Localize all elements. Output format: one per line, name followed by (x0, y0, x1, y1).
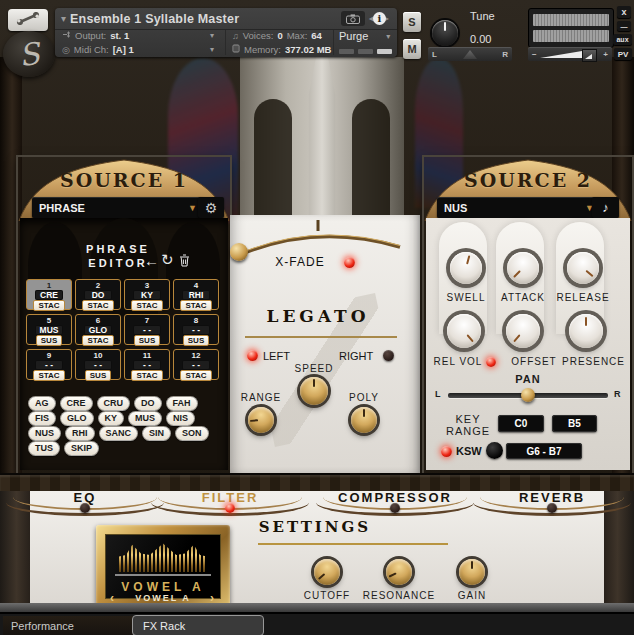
syllable-button[interactable]: CRE (60, 396, 93, 411)
snapshot-camera-button[interactable] (341, 11, 365, 26)
phrase-slot[interactable]: 9- -STAC (26, 349, 72, 380)
phrase-slot[interactable]: 2DOSTAC (75, 279, 121, 310)
purge-caret-icon[interactable]: ▾ (386, 32, 390, 41)
slot-mode-button[interactable]: STAC (180, 300, 211, 311)
phrase-slot[interactable]: 12- -STAC (173, 349, 219, 380)
output-caret-icon[interactable]: ▾ (210, 31, 214, 40)
midi-value[interactable]: [A] 1 (113, 44, 134, 55)
midi-caret-icon[interactable]: ▾ (210, 45, 214, 54)
trash-icon[interactable] (179, 254, 190, 269)
swell-knob[interactable] (450, 252, 482, 284)
volume-handle[interactable] (582, 49, 597, 62)
slot-syllable[interactable]: - - (133, 360, 161, 370)
slot-mode-button[interactable]: STAC (180, 370, 211, 381)
volume-plus[interactable]: + (603, 50, 608, 59)
slot-syllable[interactable]: CRE (35, 290, 63, 300)
purge-control[interactable]: Purge ▾ (339, 30, 390, 42)
legato-left-label[interactable]: LEFT (263, 350, 290, 362)
slot-mode-button[interactable]: SUS (134, 335, 160, 346)
phrase-slot[interactable]: 10- -SUS (75, 349, 121, 380)
slot-mode-button[interactable]: SUS (85, 370, 111, 381)
vowel-next-icon[interactable]: › (210, 593, 214, 603)
mute-button[interactable]: M (403, 39, 421, 59)
vowel-prev-icon[interactable]: ‹ (110, 593, 114, 603)
volume-minus[interactable]: − (532, 50, 537, 59)
slot-syllable[interactable]: - - (182, 360, 210, 370)
tune-value[interactable]: 0.00 (470, 33, 491, 45)
gain-knob[interactable] (459, 559, 485, 585)
offset-knob[interactable] (506, 314, 540, 348)
slot-mode-button[interactable]: STAC (131, 300, 162, 311)
phrase-slot[interactable]: 1CRESTAC (26, 279, 72, 310)
speed-knob[interactable] (300, 377, 328, 405)
phrase-slot[interactable]: 11- -STAC (124, 349, 170, 380)
slot-syllable[interactable]: KY (133, 290, 161, 300)
source2-note-button[interactable]: ♪ (592, 197, 619, 218)
rel-vol-knob[interactable] (447, 314, 481, 348)
syllable-button[interactable]: TUS (28, 441, 60, 456)
tune-knob[interactable] (432, 20, 458, 46)
slot-mode-button[interactable]: STAC (82, 300, 113, 311)
slot-syllable[interactable]: - - (133, 325, 161, 335)
redo-icon[interactable]: ↻ (161, 253, 174, 266)
source1-mode-dropdown[interactable]: PHRASE ▼ (32, 197, 204, 218)
syllable-button[interactable]: NUS (28, 426, 61, 441)
slot-syllable[interactable]: - - (84, 360, 112, 370)
syllable-button[interactable]: RHI (65, 426, 95, 441)
output-row[interactable]: Output: st. 1 (62, 30, 129, 41)
syllable-button[interactable]: KY (98, 411, 125, 426)
phrase-slot[interactable]: 5MUSSUS (26, 314, 72, 345)
slot-mode-button[interactable]: STAC (82, 335, 113, 346)
fx-tab-led[interactable] (80, 503, 90, 513)
xfade-led[interactable] (344, 257, 355, 268)
legato-right-label[interactable]: RIGHT (339, 350, 373, 362)
purge-label[interactable]: Purge (339, 30, 368, 42)
key-high-box[interactable]: B5 (552, 415, 597, 432)
phrase-slot[interactable]: 8- -SUS (173, 314, 219, 345)
phrase-slot[interactable]: 4RHISTAC (173, 279, 219, 310)
syllable-button[interactable]: DO (134, 396, 162, 411)
slot-mode-button[interactable]: SUS (183, 335, 209, 346)
xfade-arc[interactable] (238, 218, 404, 258)
slot-syllable[interactable]: DO (84, 290, 112, 300)
tab-performance[interactable]: Performance (3, 616, 139, 635)
fx-tab-eq[interactable]: EQ (6, 489, 164, 517)
syllable-button[interactable]: AG (28, 396, 56, 411)
pan-handle[interactable] (521, 388, 535, 402)
legato-right-led[interactable] (383, 350, 394, 361)
phrase-slot[interactable]: 6GLOSTAC (75, 314, 121, 345)
syllable-button[interactable]: NIS (166, 411, 195, 426)
syllable-button[interactable]: GLO (60, 411, 94, 426)
slot-syllable[interactable]: MUS (35, 325, 64, 335)
resonance-knob[interactable] (386, 559, 412, 585)
syllable-button[interactable]: FIS (28, 411, 56, 426)
syllable-button[interactable]: SON (175, 426, 209, 441)
rel-vol-led[interactable] (486, 357, 496, 367)
volume-slider-header[interactable]: − + (528, 47, 612, 61)
info-button[interactable]: i (373, 12, 386, 25)
aux-button[interactable]: aux (613, 34, 632, 45)
xfade-handle[interactable] (230, 243, 248, 261)
midi-row[interactable]: ◎ Midi Ch: [A] 1 (62, 44, 134, 55)
phrase-slot[interactable]: 7- -SUS (124, 314, 170, 345)
syllable-button[interactable]: MUS (128, 411, 162, 426)
output-value[interactable]: st. 1 (110, 30, 129, 41)
key-low-box[interactable]: C0 (498, 415, 544, 432)
syllable-button[interactable]: SANC (99, 426, 139, 441)
syllable-button[interactable]: CRU (97, 396, 131, 411)
legato-left-led[interactable] (247, 350, 258, 361)
slot-mode-button[interactable]: SUS (36, 335, 62, 346)
pan-handle[interactable] (463, 50, 477, 59)
ksw-range-box[interactable]: G6 - B7 (506, 443, 582, 459)
source1-settings-button[interactable]: ⚙ (198, 197, 224, 218)
tab-fx-rack[interactable]: FX Rack (132, 615, 264, 635)
phrase-slot[interactable]: 3KYSTAC (124, 279, 170, 310)
fx-tab-reverb[interactable]: REVERB (473, 489, 631, 517)
vowel-selector-value[interactable]: VOWEL A (126, 593, 200, 603)
slot-mode-button[interactable]: STAC (131, 370, 162, 381)
syllable-button[interactable]: SKIP (64, 441, 99, 456)
cutoff-knob[interactable] (314, 559, 340, 585)
max-value[interactable]: 64 (311, 30, 322, 41)
syllable-button[interactable]: SIN (142, 426, 171, 441)
fx-tab-filter[interactable]: FILTER (151, 489, 309, 517)
